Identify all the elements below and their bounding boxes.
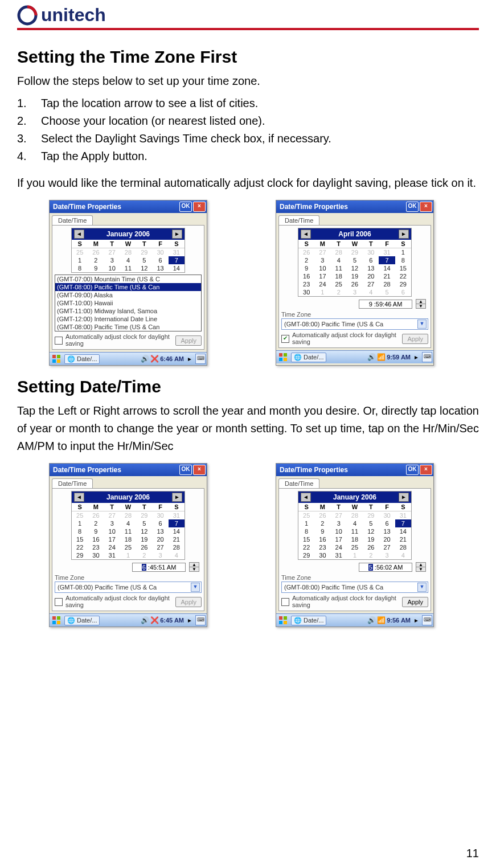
keyboard-icon[interactable]: ⌨ xyxy=(422,615,432,625)
network-icon[interactable]: 📶 xyxy=(377,616,385,624)
taskbar-app-button[interactable]: 🌐Date/... xyxy=(291,353,326,362)
taskbar-clock[interactable]: 9:56 AM xyxy=(387,617,411,624)
close-button[interactable]: × xyxy=(193,465,206,475)
ok-button[interactable]: OK xyxy=(406,202,419,212)
taskbar[interactable]: 🌐Date/... 🔊 📶 9:59 AM ▸ ⌨ xyxy=(276,350,433,363)
taskbar-app-button[interactable]: 🌐Date/... xyxy=(64,616,100,625)
svg-rect-1 xyxy=(52,355,56,358)
calendar[interactable]: ◄ January 2006 ► SMTWTFS2526272829303112… xyxy=(298,491,412,560)
volume-icon[interactable]: 🔊 xyxy=(141,355,149,363)
dst-checkbox[interactable]: ✔ xyxy=(281,335,289,343)
month-next-button[interactable]: ► xyxy=(399,493,409,502)
close-button[interactable]: × xyxy=(420,202,432,212)
header-rule xyxy=(17,28,479,30)
svg-rect-7 xyxy=(279,358,282,361)
start-button[interactable] xyxy=(51,354,62,364)
time-spinner[interactable]: ▲▼ xyxy=(189,562,199,572)
calendar[interactable]: ◄ January 2006 ► SMTWTFS2526272829303112… xyxy=(71,491,185,560)
month-prev-button[interactable]: ◄ xyxy=(74,493,84,502)
timezone-option[interactable]: (GMT-11:00) Midway Island, Samoa xyxy=(55,307,201,315)
window-title: Date/Time Properties xyxy=(280,466,405,474)
timezone-option[interactable]: (GMT-08:00) Pacific Time (US & Can xyxy=(55,323,201,331)
taskbar-clock[interactable]: 6:45 AM xyxy=(160,617,184,624)
volume-icon[interactable]: 🔊 xyxy=(141,616,149,624)
tab-datetime[interactable]: Date/Time xyxy=(52,478,93,488)
start-button[interactable] xyxy=(277,615,289,625)
network-error-icon[interactable]: ❌ xyxy=(150,355,158,363)
taskbar-clock[interactable]: 6:46 AM xyxy=(160,355,184,362)
calendar[interactable]: ◄ January 2006 ► SMTWTFS2526272829303112… xyxy=(71,228,185,273)
month-next-button[interactable]: ► xyxy=(172,230,182,239)
timezone-option[interactable]: (GMT-08:00) Pacific Time (US & Can xyxy=(55,283,201,291)
start-button[interactable] xyxy=(51,615,62,625)
month-next-button[interactable]: ► xyxy=(172,493,182,502)
timezone-option[interactable]: (GMT-07:00) Mountain Time (US & C xyxy=(55,275,201,283)
taskbar[interactable]: 🌐Date/... 🔊 📶 9:56 AM ▸ ⌨ xyxy=(276,613,433,627)
month-next-button[interactable]: ► xyxy=(399,230,409,239)
keyboard-icon[interactable]: ⌨ xyxy=(195,354,206,364)
svg-rect-11 xyxy=(52,621,56,624)
close-button[interactable]: × xyxy=(193,202,206,212)
network-error-icon[interactable]: ❌ xyxy=(150,616,158,624)
month-prev-button[interactable]: ◄ xyxy=(301,493,311,502)
ok-button[interactable]: OK xyxy=(179,202,192,212)
calendar-grid[interactable]: SMTWTFS252627282930311234567891011121314… xyxy=(298,503,411,559)
window-titlebar[interactable]: Date/Time Properties OK × xyxy=(50,200,207,213)
month-prev-button[interactable]: ◄ xyxy=(74,230,84,239)
tab-datetime[interactable]: Date/Time xyxy=(278,478,319,488)
ok-button[interactable]: OK xyxy=(406,465,419,475)
start-button[interactable] xyxy=(277,352,289,362)
calendar-month[interactable]: January 2006 xyxy=(106,230,150,238)
taskbar-app-button[interactable]: 🌐Date/... xyxy=(64,354,100,364)
time-input[interactable]: 6 :45:51 AM xyxy=(132,563,186,572)
apply-button[interactable]: Apply xyxy=(175,597,202,607)
timezone-option[interactable]: (GMT-12:00) International Date Line xyxy=(55,315,201,323)
calendar-month[interactable]: April 2006 xyxy=(338,230,371,238)
apply-button[interactable]: Apply xyxy=(402,334,428,344)
dst-checkbox[interactable] xyxy=(281,598,289,606)
window-titlebar[interactable]: Date/Time Properties OK × xyxy=(50,464,207,476)
calendar-month[interactable]: January 2006 xyxy=(333,493,376,501)
tray-icon[interactable]: ▸ xyxy=(186,355,194,363)
tray-icon[interactable]: ▸ xyxy=(186,616,194,624)
keyboard-icon[interactable]: ⌨ xyxy=(195,615,206,625)
calendar-month[interactable]: January 2006 xyxy=(106,493,150,501)
timezone-select[interactable]: (GMT-08:00) Pacific Time (US & Ca ▼ xyxy=(55,582,202,593)
apply-button[interactable]: Apply xyxy=(402,597,428,607)
taskbar[interactable]: 🌐Date/... 🔊 ❌ 6:46 AM ▸ ⌨ xyxy=(50,352,207,365)
time-input[interactable]: 5 :56:02 AM xyxy=(359,563,412,572)
globe-icon: 🌐 xyxy=(294,617,302,624)
timezone-dropdown-list[interactable]: (GMT-07:00) Mountain Time (US & C(GMT-08… xyxy=(55,275,202,331)
time-spinner[interactable]: ▲▼ xyxy=(416,299,426,309)
time-input[interactable]: 9 :59:46 AM xyxy=(359,300,412,309)
tab-datetime[interactable]: Date/Time xyxy=(52,215,93,225)
time-spinner[interactable]: ▲▼ xyxy=(416,562,426,572)
volume-icon[interactable]: 🔊 xyxy=(367,353,375,361)
tab-datetime[interactable]: Date/Time xyxy=(278,215,319,225)
ok-button[interactable]: OK xyxy=(179,465,192,475)
timezone-select[interactable]: (GMT-08:00) Pacific Time (US & Ca ▼ xyxy=(281,318,428,330)
volume-icon[interactable]: 🔊 xyxy=(367,616,375,624)
timezone-select[interactable]: (GMT-08:00) Pacific Time (US & Ca ▼ xyxy=(281,582,428,593)
dst-checkbox[interactable] xyxy=(55,598,63,606)
calendar[interactable]: ◄ April 2006 ► SMTWTFS262728293031123456… xyxy=(298,228,412,297)
window-titlebar[interactable]: Date/Time Properties OK × xyxy=(276,200,433,213)
taskbar[interactable]: 🌐Date/... 🔊 ❌ 6:45 AM ▸ ⌨ xyxy=(50,613,207,627)
tray-icon[interactable]: ▸ xyxy=(412,353,420,361)
window-titlebar[interactable]: Date/Time Properties OK × xyxy=(276,464,433,476)
timezone-option[interactable]: (GMT-10:00) Hawaii xyxy=(55,299,201,307)
network-icon[interactable]: 📶 xyxy=(377,353,385,361)
svg-rect-16 xyxy=(284,621,287,624)
keyboard-icon[interactable]: ⌨ xyxy=(422,352,432,362)
calendar-grid[interactable]: SMTWTFS262728293031123456789101112131415… xyxy=(298,240,411,296)
close-button[interactable]: × xyxy=(420,465,432,475)
calendar-grid[interactable]: SMTWTFS252627282930311234567891011121314… xyxy=(72,503,185,559)
taskbar-clock[interactable]: 9:59 AM xyxy=(387,354,411,361)
tray-icon[interactable]: ▸ xyxy=(412,616,420,624)
calendar-grid[interactable]: SMTWTFS252627282930311234567891011121314 xyxy=(72,240,185,272)
month-prev-button[interactable]: ◄ xyxy=(301,230,311,239)
timezone-option[interactable]: (GMT-09:00) Alaska xyxy=(55,291,201,299)
apply-button[interactable]: Apply xyxy=(175,335,202,346)
dst-checkbox[interactable] xyxy=(55,337,63,345)
taskbar-app-button[interactable]: 🌐Date/... xyxy=(291,616,326,625)
